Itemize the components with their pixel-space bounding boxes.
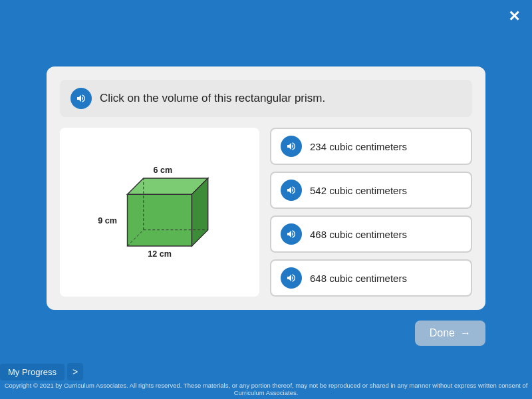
answer-1-speaker[interactable] [281, 136, 302, 157]
answer-4-button[interactable]: 648 cubic centimeters [270, 259, 472, 297]
svg-marker-0 [128, 194, 192, 246]
depth-label: 6 cm [153, 166, 172, 175]
done-label: Done [430, 327, 455, 339]
main-card: Click on the volume of this rectangular … [47, 66, 485, 310]
answer-3-text: 468 cubic centimeters [310, 229, 407, 240]
height-label: 9 cm [98, 216, 117, 225]
answer-4-speaker[interactable] [281, 267, 302, 289]
close-button[interactable]: ✕ [508, 9, 520, 24]
answer-2-button[interactable]: 542 cubic centimeters [270, 172, 472, 209]
content-area: 6 cm 9 cm 12 cm 234 cubic centimeters [60, 128, 472, 297]
question-text: Click on the volume of this rectangular … [100, 92, 325, 105]
answer-2-text: 542 cubic centimeters [310, 185, 407, 196]
question-speaker-icon[interactable] [70, 88, 92, 109]
answer-2-speaker[interactable] [281, 180, 302, 201]
answers-box: 234 cubic centimeters 542 cubic centimet… [270, 128, 472, 297]
my-progress-chevron-button[interactable]: > [67, 363, 83, 380]
answer-4-text: 648 cubic centimeters [310, 273, 407, 284]
my-progress-bar: My Progress > [0, 363, 83, 380]
answer-1-text: 234 cubic centimeters [310, 141, 407, 152]
answer-3-button[interactable]: 468 cubic centimeters [270, 215, 472, 253]
prism-svg: 6 cm 9 cm 12 cm [93, 159, 226, 265]
prism-image-box: 6 cm 9 cm 12 cm [60, 128, 259, 297]
done-arrow-icon: → [460, 327, 471, 339]
my-progress-button[interactable]: My Progress [0, 364, 65, 380]
answer-3-speaker[interactable] [281, 223, 302, 245]
question-row: Click on the volume of this rectangular … [60, 80, 472, 117]
footer-text: Copyright © 2021 by Curriculum Associate… [0, 382, 532, 396]
answer-1-button[interactable]: 234 cubic centimeters [270, 128, 472, 165]
width-label: 12 cm [148, 249, 172, 259]
done-button[interactable]: Done → [415, 321, 485, 346]
